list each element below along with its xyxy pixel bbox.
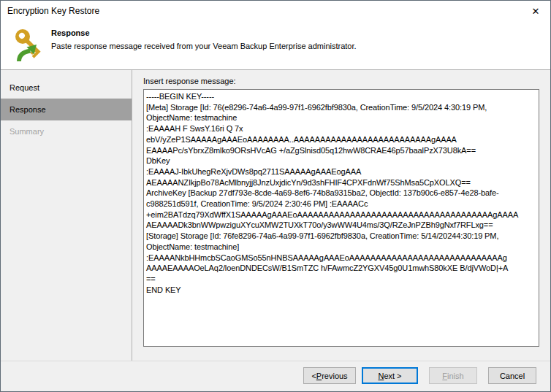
encryption-key-icon <box>12 27 45 64</box>
wizard-steps-sidebar: Request Response Summary <box>1 70 132 361</box>
wizard-body: Request Response Summary Insert response… <box>1 70 550 361</box>
next-button-accel: N <box>378 372 384 380</box>
title-bar: Encryption Key Restore <box>1 1 550 21</box>
finish-button-accel: F <box>442 372 447 380</box>
step-title: Response <box>51 28 357 37</box>
window-title: Encryption Key Restore <box>7 6 99 16</box>
close-icon[interactable]: ✕ <box>521 1 550 21</box>
response-message-textarea[interactable]: -----BEGIN KEY----- [Meta] Storage [Id: … <box>143 89 539 347</box>
button-bar: < Previous Next > Finish Cancel <box>1 361 550 392</box>
step-subtitle: Paste response message received from you… <box>51 42 357 50</box>
next-button[interactable]: Next > <box>362 367 418 384</box>
next-button-post: ext > <box>384 372 401 380</box>
previous-button-post: revious <box>322 372 347 380</box>
finish-button: Finish <box>429 367 477 384</box>
sidebar-item-request[interactable]: Request <box>1 77 132 99</box>
sidebar-item-summary: Summary <box>1 120 132 142</box>
previous-button[interactable]: < Previous <box>303 367 356 384</box>
cancel-button-post: Cancel <box>500 372 525 380</box>
sidebar-item-response[interactable]: Response <box>1 99 132 120</box>
response-message-label: Insert response message: <box>143 77 539 85</box>
encryption-key-restore-dialog: Encryption Key Restore ✕ Response Paste … <box>0 0 551 392</box>
finish-button-post: inish <box>447 372 464 380</box>
cancel-button[interactable]: Cancel <box>488 367 536 384</box>
previous-button-accel: P <box>316 372 322 380</box>
header-text: Response Paste response message received… <box>51 27 357 50</box>
wizard-header: Response Paste response message received… <box>1 21 550 70</box>
main-panel: Insert response message: -----BEGIN KEY-… <box>132 70 551 361</box>
